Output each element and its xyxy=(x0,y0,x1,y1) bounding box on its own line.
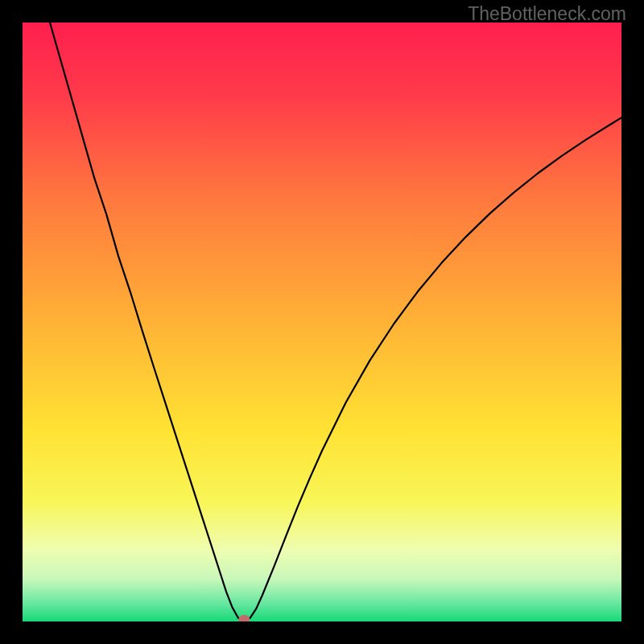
watermark-text: TheBottleneck.com xyxy=(468,3,626,25)
chart-frame: TheBottleneck.com xyxy=(0,0,644,644)
bottleneck-chart xyxy=(23,23,621,621)
gradient-background xyxy=(23,23,621,621)
plot-area xyxy=(23,23,621,621)
